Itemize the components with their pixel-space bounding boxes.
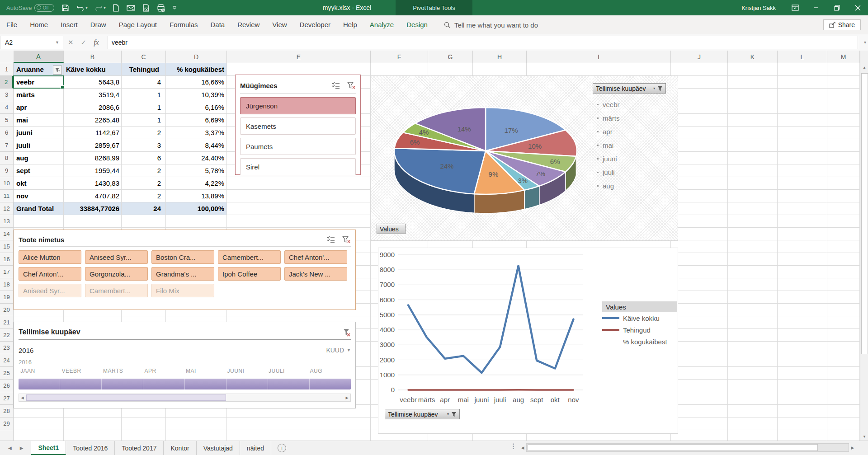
- pivot-cell[interactable]: juuli: [14, 139, 64, 152]
- pivot-cell[interactable]: Aruanne: [14, 63, 64, 76]
- pivot-cell[interactable]: 24: [122, 202, 166, 215]
- timeline-scroll-thumb[interactable]: [26, 394, 226, 401]
- column-header-B[interactable]: B: [64, 51, 122, 63]
- pivot-cell[interactable]: 16,66%: [166, 76, 227, 89]
- pivot-cell[interactable]: 10,39%: [166, 89, 227, 101]
- pivot-cell[interactable]: okt: [14, 177, 64, 190]
- scroll-right-icon[interactable]: ▶: [849, 444, 856, 451]
- column-header-E[interactable]: E: [227, 51, 371, 63]
- timeline-month-juuni[interactable]: JUUNI: [227, 368, 245, 374]
- slicer-toote-nimetus[interactable]: Toote nimetus Alice MuttonAniseed Syr...…: [14, 230, 356, 310]
- pivot-cell[interactable]: 6: [122, 152, 166, 164]
- pivot-cell[interactable]: % kogukäibest: [166, 63, 227, 76]
- ribbon-tab-analyze[interactable]: Analyze: [363, 15, 400, 34]
- line-chart-object[interactable]: 0100020003000400050006000700080009000vee…: [378, 248, 678, 434]
- save-icon[interactable]: [61, 4, 69, 12]
- pivot-cell[interactable]: 8268,99: [64, 152, 122, 164]
- column-header-C[interactable]: C: [122, 51, 166, 63]
- timeline-month-juuli[interactable]: JUULI: [269, 368, 285, 374]
- sheet-tab-kontor[interactable]: Kontor: [164, 441, 196, 455]
- slicer-item[interactable]: Camembert...: [218, 250, 281, 264]
- name-box-dropdown-icon[interactable]: ▼: [55, 40, 59, 45]
- ribbon-tab-insert[interactable]: Insert: [54, 15, 84, 34]
- pivot-cell[interactable]: 13,89%: [166, 190, 227, 202]
- pivot-cell[interactable]: 6,69%: [166, 114, 227, 127]
- vertical-scrollbar[interactable]: ▲ ▼: [860, 51, 868, 441]
- pie-values-button[interactable]: Values: [377, 224, 406, 234]
- horizontal-scroll-thumb[interactable]: [528, 444, 818, 451]
- timeline-month-apr[interactable]: APR: [145, 368, 156, 374]
- multi-select-icon[interactable]: [326, 235, 335, 244]
- pie-chart-object[interactable]: 17%10%6%7%3%9%24%6%4%14% Tellimise kuupä…: [371, 75, 678, 241]
- pivot-cell[interactable]: 1430,83: [64, 177, 122, 190]
- horizontal-scrollbar[interactable]: ◀ ▶: [519, 443, 856, 452]
- pivot-cell[interactable]: Tehingud: [122, 63, 166, 76]
- tell-me-search[interactable]: Tell me what you want to do: [444, 21, 538, 29]
- pivot-cell[interactable]: 3519,4: [64, 89, 122, 101]
- undo-dropdown-icon[interactable]: ▾: [85, 6, 87, 10]
- pivot-cell[interactable]: 2: [122, 164, 166, 177]
- pivot-cell[interactable]: Grand Total: [14, 202, 64, 215]
- slicer-item[interactable]: Alice Mutton: [19, 250, 81, 264]
- new-document-icon[interactable]: [113, 4, 119, 12]
- pivot-cell[interactable]: 3,37%: [166, 127, 227, 139]
- mail-document-icon[interactable]: [142, 4, 150, 12]
- pivot-cell[interactable]: 8,44%: [166, 139, 227, 152]
- sheet-nav-left-icon[interactable]: ◀: [8, 446, 12, 450]
- pivot-cell[interactable]: märts: [14, 89, 64, 101]
- user-name[interactable]: Kristjan Sakk: [741, 5, 776, 11]
- ribbon-tab-page-layout[interactable]: Page Layout: [113, 15, 163, 34]
- column-header-G[interactable]: G: [428, 51, 473, 63]
- clear-filter-icon[interactable]: [347, 81, 356, 89]
- timeline-month-märts[interactable]: MÄRTS: [103, 368, 123, 374]
- pivot-cell[interactable]: mai: [14, 114, 64, 127]
- column-header-F[interactable]: F: [371, 51, 428, 63]
- slicer-item[interactable]: Filo Mix: [151, 284, 214, 297]
- pivot-cell[interactable]: sept: [14, 164, 64, 177]
- undo-icon[interactable]: ▾: [76, 4, 87, 11]
- cancel-entry-icon[interactable]: ✕: [68, 38, 74, 47]
- timeline-selection-bar[interactable]: [19, 379, 351, 389]
- sheet-tab-tooted-2016[interactable]: Tooted 2016: [66, 441, 115, 455]
- ribbon-tab-file[interactable]: File: [0, 15, 24, 34]
- pivot-cell[interactable]: 100,00%: [166, 202, 227, 215]
- slicer-item-jürgenson[interactable]: Jürgenson: [240, 97, 356, 114]
- pivot-cell[interactable]: 5,78%: [166, 164, 227, 177]
- pivot-cell[interactable]: 1: [122, 114, 166, 127]
- slicer-item[interactable]: Jack's New ...: [284, 267, 347, 281]
- sheet-tab-näited[interactable]: näited: [240, 441, 271, 455]
- scroll-left-icon[interactable]: ◀: [19, 394, 26, 401]
- scroll-left-icon[interactable]: ◀: [519, 444, 526, 451]
- sheet-nav-right-icon[interactable]: ▶: [20, 446, 24, 450]
- redo-icon[interactable]: ▾: [94, 4, 105, 11]
- slicer-item[interactable]: Aniseed Syr...: [19, 284, 81, 297]
- print-preview-icon[interactable]: [157, 4, 165, 12]
- clear-filter-icon[interactable]: [342, 328, 351, 337]
- clear-filter-icon[interactable]: [342, 235, 351, 244]
- slicer-item[interactable]: Camembert...: [85, 284, 148, 297]
- vertical-scroll-thumb[interactable]: [861, 73, 868, 354]
- slicer-item-sirel[interactable]: Sirel: [240, 158, 356, 175]
- pivot-filter-icon[interactable]: [53, 66, 62, 75]
- ribbon-tab-home[interactable]: Home: [24, 15, 54, 34]
- pivot-cell[interactable]: 2859,67: [64, 139, 122, 152]
- pivot-cell[interactable]: juuni: [14, 127, 64, 139]
- pivot-cell[interactable]: 1: [122, 101, 166, 114]
- slicer-item[interactable]: Aniseed Syr...: [85, 250, 148, 264]
- autosave-toggle[interactable]: AutoSave Off: [6, 4, 54, 12]
- timeline-month-aug[interactable]: AUG: [310, 368, 323, 374]
- pivot-cell[interactable]: 1142,67: [64, 127, 122, 139]
- slicer-item[interactable]: Gorgonzola...: [85, 267, 148, 281]
- ribbon-tab-developer[interactable]: Developer: [293, 15, 337, 34]
- column-header-A[interactable]: A: [14, 51, 64, 63]
- pivot-cell[interactable]: apr: [14, 101, 64, 114]
- column-header-J[interactable]: J: [671, 51, 728, 63]
- minimize-button[interactable]: [806, 0, 826, 15]
- legend-values-header[interactable]: Values: [602, 301, 677, 312]
- timeline-period-selector[interactable]: KUUD ▼: [326, 347, 351, 354]
- confirm-entry-icon[interactable]: ✓: [81, 38, 87, 47]
- name-box[interactable]: A2 ▼: [0, 36, 63, 49]
- pivot-cell[interactable]: 6,16%: [166, 101, 227, 114]
- pivot-cell[interactable]: aug: [14, 152, 64, 164]
- new-sheet-button[interactable]: +: [271, 441, 292, 455]
